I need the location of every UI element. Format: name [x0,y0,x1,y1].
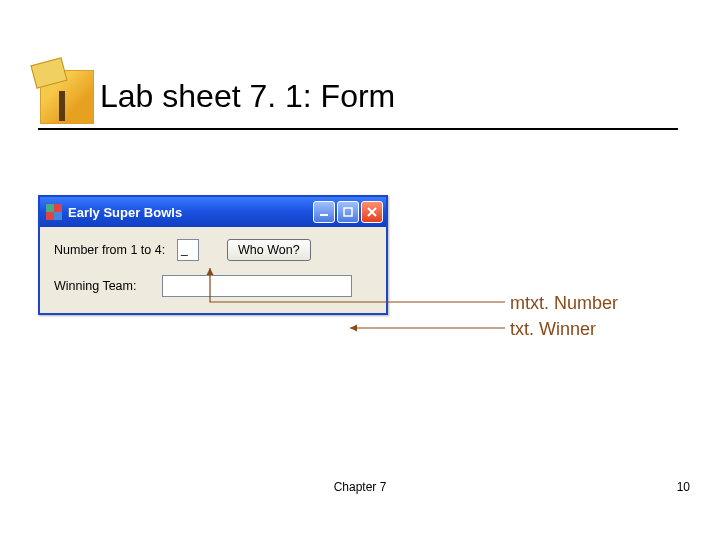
window-title: Early Super Bowls [68,205,307,220]
maximize-icon [342,206,354,218]
form-body: Number from 1 to 4: _ Who Won? Winning T… [40,227,386,313]
app-icon [46,204,62,220]
close-button[interactable] [361,201,383,223]
footer-chapter: Chapter 7 [0,480,720,494]
form-window: Early Super Bowls Number from 1 to 4: _ … [38,195,388,315]
annotation-mtxt-number: mtxt. Number [510,293,618,314]
maximize-button[interactable] [337,201,359,223]
txt-winner-input[interactable] [162,275,352,297]
who-won-button[interactable]: Who Won? [227,239,311,261]
label-number: Number from 1 to 4: [54,243,169,257]
label-winning-team: Winning Team: [54,279,154,293]
window-titlebar: Early Super Bowls [40,197,386,227]
window-buttons [313,201,383,223]
row-winner: Winning Team: [54,275,372,297]
footer-page-number: 10 [677,480,690,494]
close-icon [366,206,378,218]
row-number: Number from 1 to 4: _ Who Won? [54,239,372,261]
minimize-icon [318,206,330,218]
mtxt-number-input[interactable]: _ [177,239,199,261]
slide-logo [40,70,94,124]
svg-rect-1 [344,208,352,216]
annotation-txt-winner: txt. Winner [510,319,596,340]
minimize-button[interactable] [313,201,335,223]
slide-title: Lab sheet 7. 1: Form [100,78,395,115]
svg-rect-0 [320,214,328,216]
title-underline [38,128,678,130]
